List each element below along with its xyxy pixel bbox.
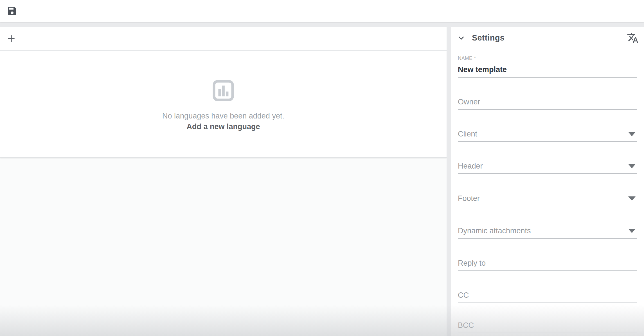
translate-icon bbox=[627, 32, 639, 44]
settings-panel: Settings NAME * bbox=[451, 27, 644, 336]
client-select[interactable] bbox=[458, 130, 637, 138]
client-dropdown-arrow-icon[interactable] bbox=[628, 132, 636, 136]
dynamic-attachments-select[interactable] bbox=[458, 227, 637, 235]
add-language-button[interactable] bbox=[4, 32, 18, 45]
field-dynamic-attachments bbox=[458, 221, 637, 239]
collapse-settings-button[interactable] bbox=[455, 32, 467, 44]
field-bcc bbox=[458, 316, 637, 333]
footer-select[interactable] bbox=[458, 194, 637, 203]
field-name: NAME * bbox=[458, 55, 637, 78]
bcc-input[interactable] bbox=[458, 321, 637, 330]
translate-button[interactable] bbox=[625, 31, 640, 45]
header-select[interactable] bbox=[458, 162, 637, 171]
dynamic-attachments-dropdown-arrow-icon[interactable] bbox=[628, 229, 636, 233]
settings-title: Settings bbox=[472, 33, 625, 42]
reply-to-input[interactable] bbox=[458, 259, 637, 268]
field-cc bbox=[458, 286, 637, 303]
field-footer bbox=[458, 189, 637, 206]
name-input[interactable] bbox=[458, 65, 637, 74]
cc-input[interactable] bbox=[458, 291, 637, 300]
field-reply-to bbox=[458, 254, 637, 271]
template-canvas: No languages have been added yet. Add a … bbox=[0, 51, 447, 158]
empty-state-message: No languages have been added yet. bbox=[162, 111, 284, 121]
top-toolbar bbox=[0, 0, 644, 22]
add-new-language-link[interactable]: Add a new language bbox=[186, 122, 260, 131]
empty-state: No languages have been added yet. Add a … bbox=[162, 78, 284, 131]
owner-input[interactable] bbox=[458, 98, 637, 106]
name-field-label: NAME * bbox=[458, 55, 476, 61]
save-button[interactable] bbox=[5, 4, 19, 18]
settings-panel-header: Settings bbox=[451, 27, 644, 49]
footer-dropdown-arrow-icon[interactable] bbox=[628, 196, 636, 201]
header-dropdown-arrow-icon[interactable] bbox=[628, 164, 636, 168]
plus-icon bbox=[6, 33, 17, 44]
template-editor-panel: No languages have been added yet. Add a … bbox=[0, 27, 447, 336]
field-owner bbox=[458, 92, 637, 110]
language-tab-bar bbox=[0, 27, 447, 51]
field-client bbox=[458, 124, 637, 142]
field-header bbox=[458, 156, 637, 174]
chevron-down-icon bbox=[456, 33, 467, 43]
save-icon bbox=[6, 5, 18, 17]
bar-chart-icon bbox=[210, 78, 237, 103]
